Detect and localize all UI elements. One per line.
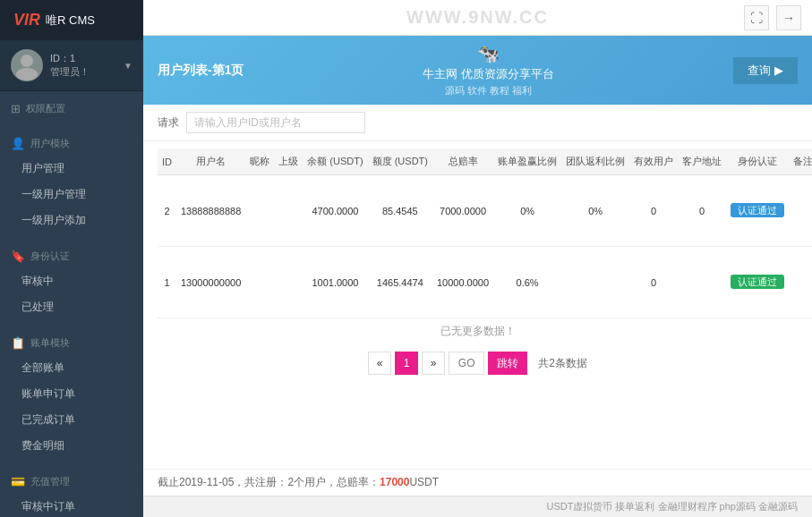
users-icon: 👤 <box>11 137 25 150</box>
current-page-button[interactable]: 1 <box>395 352 418 375</box>
content-header: 用户列表-第1页 🐄 牛主网 优质资源分享平台 源码 软件 教程 福利 查询 ▶ <box>143 36 812 105</box>
user-info: ID：1 管理员！ <box>50 52 116 79</box>
col-quota: 额度 (USDT) <box>368 148 432 175</box>
sidebar-item-fee-details[interactable]: 费金明细 <box>0 433 143 459</box>
cell-parent <box>274 175 303 247</box>
sidebar-item-completed-orders[interactable]: 已完成订单 <box>0 407 143 433</box>
cell-balance: 1001.0000 <box>303 247 367 318</box>
table-row: 2 13888888888 4700.0000 85.4545 7000.000… <box>158 175 812 247</box>
sidebar-expand-icon[interactable]: ▼ <box>124 61 132 71</box>
cell-effective-users: 0 <box>629 175 678 247</box>
logo: VIR 唯R CMS <box>0 0 143 40</box>
cell-bill-ratio: 0.6% <box>493 247 561 318</box>
cell-note <box>789 175 812 247</box>
cell-team-ratio: 0% <box>561 175 629 247</box>
cell-rate: 7000.0000 <box>432 175 493 247</box>
cell-address <box>678 247 726 318</box>
col-id-auth: 身份认证 <box>726 148 789 175</box>
pagination: « 1 » 跳转 共2条数据 <box>158 344 798 382</box>
bills-label: 账单模块 <box>30 336 70 350</box>
cow-icon: 🐄 <box>477 43 500 64</box>
cell-quota: 85.4545 <box>368 175 432 247</box>
col-effective-users: 有效用户 <box>629 148 678 175</box>
permissions-icon: ⊞ <box>11 102 21 115</box>
query-icon: ▶ <box>774 64 783 77</box>
identity-label: 身份认证 <box>30 250 70 263</box>
cell-rate: 10000.0000 <box>432 247 493 318</box>
sidebar-item-bill-orders[interactable]: 账单申订单 <box>0 381 143 407</box>
user-id: ID：1 <box>50 52 116 65</box>
cell-id-auth: 认证通过 <box>726 247 789 318</box>
prev-page-button[interactable]: « <box>368 352 391 375</box>
footer-stats: 截止2019-11-05，共注册：2个用户，总赔率：17000USDT <box>143 469 812 496</box>
recharge-icon: 💳 <box>11 475 25 488</box>
logo-vir: VIR <box>13 11 40 30</box>
cell-team-ratio <box>561 247 629 318</box>
sidebar-user[interactable]: ID：1 管理员！ ▼ <box>0 40 143 91</box>
users-group-label: 用户模块 <box>30 137 70 150</box>
cell-id-auth: 认证通过 <box>726 175 789 247</box>
brand-name: 牛主网 优质资源分享平台 <box>423 66 554 82</box>
search-label: 请求 <box>158 115 179 131</box>
fullscreen-button[interactable]: ⛶ <box>744 5 769 30</box>
sidebar-group-permissions[interactable]: ⊞ 权限配置 <box>0 97 143 121</box>
cell-quota: 1465.4474 <box>368 247 432 318</box>
cell-balance: 4700.0000 <box>303 175 367 247</box>
logo-text: 唯R CMS <box>46 13 95 29</box>
sidebar-group-bills[interactable]: 📋 账单模块 <box>0 331 143 355</box>
sidebar: VIR 唯R CMS ID：1 管理员！ ▼ ⊞ 权限配置 👤 用户模块 用户管… <box>0 0 143 517</box>
query-button[interactable]: 查询 ▶ <box>733 57 798 84</box>
page-jump-input[interactable] <box>449 352 484 375</box>
col-bill-ratio: 账单盈赢比例 <box>493 148 561 175</box>
col-address: 客户地址 <box>678 148 726 175</box>
page-total: 共2条数据 <box>538 356 587 371</box>
svg-point-0 <box>21 55 33 67</box>
table-row: 1 13000000000 1001.0000 1465.4474 10000.… <box>158 247 812 318</box>
cell-bill-ratio: 0% <box>493 175 561 247</box>
cell-id: 2 <box>158 175 176 247</box>
sidebar-group-recharge[interactable]: 💳 充值管理 <box>0 470 143 494</box>
stats-users-unit: 个用户，总赔率： <box>294 476 380 488</box>
topbar: WWW.9NW.CC ⛶ → <box>143 0 812 36</box>
cell-nickname <box>245 247 274 318</box>
sidebar-item-user-management[interactable]: 用户管理 <box>0 156 143 182</box>
cell-id: 1 <box>158 247 176 318</box>
user-role: 管理员！ <box>50 65 116 79</box>
sidebar-item-level1-management[interactable]: 一级用户管理 <box>0 182 143 208</box>
cell-username: 13888888888 <box>176 175 245 247</box>
bottom-watermark: USDT虚拟货币 接单返利 金融理财程序 php源码 金融源码 <box>143 496 812 517</box>
exit-button[interactable]: → <box>776 5 801 30</box>
cell-effective-users: 0 <box>629 247 678 318</box>
auth-badge: 认证通过 <box>731 203 784 217</box>
col-id: ID <box>158 148 176 175</box>
sidebar-item-identity-pending[interactable]: 审核中 <box>0 268 143 294</box>
page-title: 用户列表-第1页 <box>158 63 244 79</box>
sidebar-item-all-bills[interactable]: 全部账单 <box>0 355 143 381</box>
bills-icon: 📋 <box>11 336 25 350</box>
cell-note <box>789 247 812 318</box>
sidebar-item-recharge-pending[interactable]: 审核中订单 <box>0 494 143 517</box>
cell-address: 0 <box>678 175 726 247</box>
sidebar-item-identity-processed[interactable]: 已处理 <box>0 294 143 320</box>
cell-username: 13000000000 <box>176 247 245 318</box>
col-username: 用户名 <box>176 148 245 175</box>
search-input[interactable] <box>186 112 365 133</box>
user-table: ID 用户名 昵称 上级 余额 (USDT) 额度 (USDT) 总赔率 账单盈… <box>158 148 812 318</box>
col-parent: 上级 <box>274 148 303 175</box>
cell-nickname <box>245 175 274 247</box>
table-header-row: ID 用户名 昵称 上级 余额 (USDT) 额度 (USDT) 总赔率 账单盈… <box>158 148 812 175</box>
sidebar-section-users: 👤 用户模块 用户管理 一级用户管理 一级用户添加 <box>0 126 143 239</box>
sidebar-group-users[interactable]: 👤 用户模块 <box>0 131 143 156</box>
topbar-actions: ⛶ → <box>744 5 812 30</box>
sidebar-section-recharge: 💳 充值管理 审核中订单 已处理订单 <box>0 464 143 517</box>
brand-area: 🐄 牛主网 优质资源分享平台 源码 软件 教程 福利 <box>423 43 554 97</box>
col-rate: 总赔率 <box>432 148 493 175</box>
next-page-button[interactable]: » <box>422 352 445 375</box>
sidebar-item-level1-add[interactable]: 一级用户添加 <box>0 208 143 233</box>
col-nickname: 昵称 <box>245 148 274 175</box>
sidebar-group-identity[interactable]: 🔖 身份认证 <box>0 244 143 268</box>
page-jump-button[interactable]: 跳转 <box>488 352 527 375</box>
sidebar-section-bills: 📋 账单模块 全部账单 账单申订单 已完成订单 费金明细 <box>0 326 143 464</box>
identity-icon: 🔖 <box>11 250 25 263</box>
table-container: ID 用户名 昵称 上级 余额 (USDT) 额度 (USDT) 总赔率 账单盈… <box>143 141 812 469</box>
